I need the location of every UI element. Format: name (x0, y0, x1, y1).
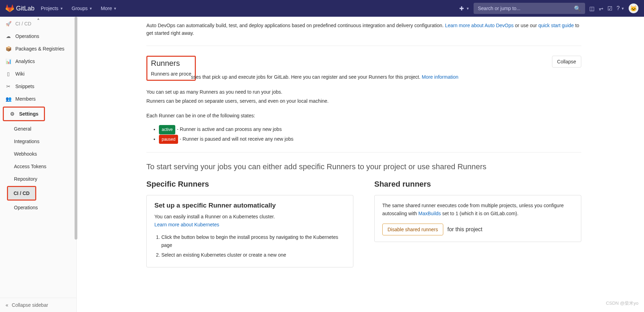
header-right: ✚ ▼ 🔍 ◫ ⥅ ☑ ? ▼ 🐱 (459, 3, 638, 14)
specific-runners-col: Specific Runners Set up a specific Runne… (146, 180, 353, 267)
auto-devops-section: Auto DevOps can automatically build, tes… (146, 22, 581, 46)
tanuki-icon (6, 4, 14, 13)
shared-desc: The same shared runner executes code fro… (382, 202, 573, 217)
sidebar-item-members[interactable]: 👥Members (0, 93, 76, 105)
help-icon[interactable]: ? ▼ (616, 5, 624, 11)
chart-icon: 📊 (6, 58, 11, 64)
shared-card: The same shared runner executes code fro… (374, 195, 581, 242)
chevron-down-icon: ▼ (60, 7, 63, 10)
sidebar-sub-webhooks[interactable]: Webhooks (0, 148, 76, 160)
sidebar-sub-access-tokens[interactable]: Access Tokens (0, 160, 76, 173)
main-content: Auto DevOps can automatically build, tes… (77, 17, 644, 281)
runners-section: Runners Runners are proce sses that pick… (146, 56, 581, 153)
package-icon: 📦 (6, 46, 11, 52)
runner-states-list: active - Runner is active and can proces… (159, 125, 581, 144)
users-icon: 👥 (6, 96, 11, 102)
user-avatar[interactable]: 🐱 (629, 3, 638, 13)
state-paused-row: paused - Runner is paused and will not r… (159, 134, 581, 144)
sidebar-item-settings[interactable]: ⚙Settings (4, 108, 44, 120)
sidebar: 🚀CI / CD ☁Operations 📦Packages & Registr… (0, 17, 77, 281)
shared-after-text: for this project (447, 226, 482, 233)
top-header: GitLab Projects▼ Groups▼ More▼ ✚ ▼ 🔍 ◫ ⥅… (0, 0, 644, 17)
step-2: Select an existing Kubernetes cluster or… (161, 251, 345, 259)
step-1: Click the button below to begin the inst… (161, 233, 345, 249)
search-icon[interactable]: 🔍 (574, 5, 581, 12)
runners-p2: Runners can be placed on separate users,… (146, 97, 581, 105)
todos-icon[interactable]: ☑ (607, 5, 612, 12)
nav-projects[interactable]: Projects▼ (37, 3, 67, 14)
shared-runners-col: Shared runners The same shared runner ex… (374, 180, 581, 267)
specific-card-desc: You can easily install a Runner on a Kub… (154, 213, 345, 228)
specific-card: Set up a specific Runner automatically Y… (146, 195, 353, 267)
sidebar-sub-cicd[interactable]: CI / CD (8, 187, 35, 200)
nav-more[interactable]: More▼ (97, 3, 120, 14)
paused-badge: paused (159, 135, 178, 144)
sidebar-item-analytics[interactable]: 📊Analytics (0, 55, 76, 68)
sidebar-scrollbar[interactable] (75, 17, 77, 240)
more-info-link[interactable]: More information (422, 74, 458, 80)
runners-desc: sses that pick up and execute jobs for G… (191, 73, 458, 81)
runners-desc-partial: Runners are proce (151, 70, 191, 78)
sidebar-item-operations[interactable]: ☁Operations (0, 30, 76, 42)
sidebar-item-wiki[interactable]: ▯Wiki (0, 68, 76, 80)
runners-columns: Specific Runners Set up a specific Runne… (146, 180, 581, 267)
issues-icon[interactable]: ◫ (589, 5, 595, 12)
cloud-icon: ☁ (6, 33, 11, 39)
sidebar-sub-operations[interactable]: Operations (0, 201, 76, 214)
collapse-runners-button[interactable]: Collapse (552, 56, 581, 68)
quick-start-link[interactable]: quick start guide (538, 23, 574, 28)
maxbuilds-link[interactable]: MaxBuilds (419, 211, 441, 216)
specific-card-title: Set up a specific Runner automatically (154, 202, 345, 209)
runners-p1: You can set up as many Runners as you ne… (146, 88, 581, 96)
merge-requests-icon[interactable]: ⥅ (599, 5, 603, 12)
sidebar-item-packages[interactable]: 📦Packages & Registries (0, 42, 76, 55)
active-badge: active (159, 125, 175, 134)
search-box[interactable]: 🔍 (474, 3, 585, 14)
gear-icon: ⚙ (9, 111, 15, 117)
specific-title: Specific Runners (146, 180, 353, 189)
scissors-icon: ✂ (6, 84, 11, 89)
state-active-row: active - Runner is active and can proces… (159, 125, 581, 134)
chevron-down-icon: ▼ (113, 7, 117, 10)
rocket-icon: 🚀 (6, 21, 11, 26)
sidebar-sub-integrations[interactable]: Integrations (0, 135, 76, 148)
shared-title: Shared runners (374, 180, 581, 189)
brand-text: GitLab (16, 5, 34, 12)
chevron-down-icon: ▼ (89, 7, 92, 10)
sidebar-item-snippets[interactable]: ✂Snippets (0, 80, 76, 93)
nav-groups[interactable]: Groups▼ (68, 3, 96, 14)
sidebar-sub-general[interactable]: General (0, 123, 76, 135)
disable-shared-runners-button[interactable]: Disable shared runners (382, 224, 443, 235)
top-nav: Projects▼ Groups▼ More▼ (37, 3, 120, 14)
specific-steps: Click the button below to begin the inst… (161, 233, 345, 259)
plus-icon[interactable]: ✚ ▼ (459, 5, 469, 12)
sidebar-sub-repository[interactable]: Repository (0, 173, 76, 185)
search-input[interactable] (478, 6, 574, 11)
runners-p3: Each Runner can be in one of the followi… (146, 112, 581, 119)
runners-title-highlight: Runners Runners are proce (146, 56, 196, 81)
serving-heading: To start serving your jobs you can eithe… (146, 162, 581, 171)
scroll-up-hint: ▲ (0, 17, 77, 21)
book-icon: ▯ (6, 71, 11, 77)
learn-auto-devops-link[interactable]: Learn more about Auto DevOps (445, 23, 514, 28)
learn-kubernetes-link[interactable]: Learn more about Kubernetes (154, 222, 219, 227)
runners-title: Runners (151, 59, 191, 68)
devops-description: Auto DevOps can automatically build, tes… (146, 22, 581, 37)
gitlab-logo[interactable]: GitLab (6, 4, 34, 13)
